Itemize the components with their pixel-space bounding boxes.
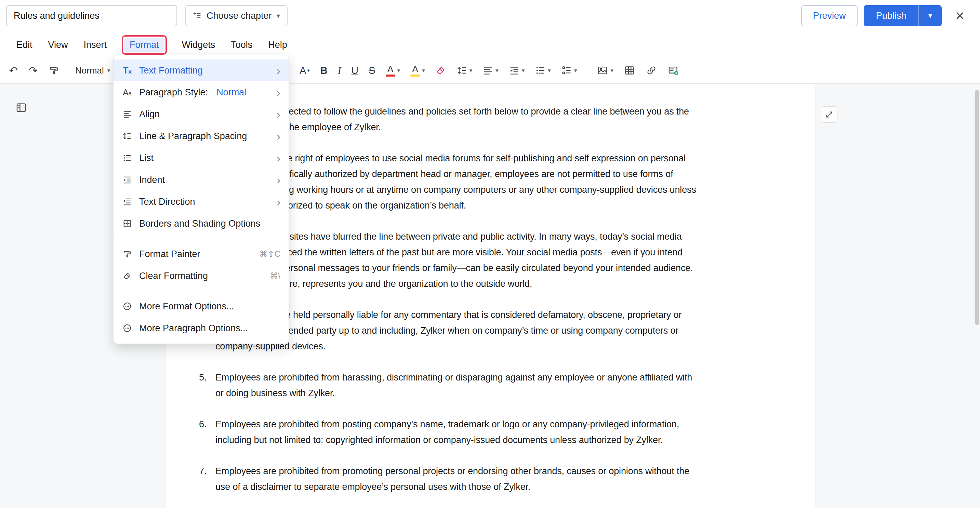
highlight-color-button[interactable]: A ▾ [410, 65, 425, 76]
insert-image-button[interactable]: ▾ [597, 65, 613, 76]
choose-chapter-label: Choose chapter [207, 11, 272, 21]
undo-button[interactable]: ↶ [9, 65, 18, 76]
list-number: 5. [199, 370, 215, 401]
menu-item-list[interactable]: List › [113, 147, 289, 169]
publish-button-group: Publish ▾ [864, 5, 942, 26]
menu-widgets[interactable]: Widgets [181, 38, 216, 52]
format-painter-icon [49, 65, 59, 76]
menu-item-shortcut: ⌘\ [270, 271, 280, 281]
focus-mode-button[interactable] [821, 106, 837, 123]
format-annotation-box: Format [122, 35, 167, 55]
redo-button[interactable]: ↷ [29, 65, 38, 76]
publish-button[interactable]: Publish [864, 5, 918, 26]
chevron-down-icon: ▾ [495, 67, 498, 74]
paragraph-style-select[interactable]: Normal ▾ [75, 65, 110, 76]
paragraph-style-value: Normal [75, 65, 104, 76]
submenu-arrow-icon: › [277, 65, 280, 76]
italic-icon: I [338, 66, 341, 76]
menu-item-text-direction[interactable]: Text Direction › [113, 191, 289, 213]
list-number: 7. [199, 463, 215, 495]
align-button[interactable]: ▾ [482, 65, 498, 76]
chevron-down-icon: ▾ [107, 67, 110, 74]
menu-item-label: List [139, 153, 154, 164]
menu-tools[interactable]: Tools [230, 38, 253, 52]
bullet-list-icon [535, 65, 546, 76]
menu-item-indent[interactable]: Indent › [113, 169, 289, 191]
vertical-scrollbar[interactable] [975, 90, 979, 325]
menu-item-label: More Format Options... [139, 301, 234, 312]
bold-button[interactable]: B [320, 66, 328, 76]
menu-item-line-paragraph-spacing[interactable]: Line & Paragraph Spacing › [113, 125, 289, 147]
submenu-arrow-icon: › [277, 130, 280, 142]
toc-toggle-button[interactable] [14, 100, 29, 115]
line-spacing-icon [457, 65, 468, 76]
format-painter-button[interactable] [49, 65, 59, 76]
paragraph-style-icon: Aa [121, 87, 134, 97]
chevron-down-icon: ▾ [928, 11, 932, 20]
menu-item-more-paragraph-options[interactable]: More Paragraph Options... [113, 317, 289, 339]
insert-link-icon [646, 65, 657, 76]
insert-table-button[interactable] [624, 65, 635, 76]
menu-item-align[interactable]: Align › [113, 103, 289, 125]
chevron-down-icon: ▾ [397, 67, 401, 74]
menu-divider [113, 291, 289, 291]
menu-item-label: Format Painter [139, 249, 200, 259]
insert-field-button[interactable] [667, 65, 679, 76]
chevron-down-icon: ▾ [469, 67, 473, 74]
align-icon [121, 110, 134, 119]
font-size-button[interactable]: A+ [299, 66, 310, 76]
menu-item-label: Line & Paragraph Spacing [139, 131, 247, 141]
close-icon: × [955, 7, 964, 24]
expand-icon [825, 110, 834, 119]
menu-item-borders-shading[interactable]: Borders and Shading Options [113, 213, 289, 235]
list-item-text: Social networking sites have blurred the… [215, 229, 795, 292]
menu-item-label: Borders and Shading Options [139, 218, 260, 229]
submenu-arrow-icon: › [277, 108, 280, 120]
menu-item-label: Paragraph Style: [139, 87, 208, 98]
multilevel-list-icon [561, 65, 572, 76]
insert-field-icon [667, 65, 679, 76]
italic-button[interactable]: I [338, 66, 341, 76]
list-item-text: Employees can be held personally liable … [215, 307, 795, 354]
preview-button[interactable]: Preview [801, 5, 858, 26]
document-title-input[interactable] [6, 5, 177, 26]
menu-item-more-format-options[interactable]: More Format Options... [113, 295, 289, 317]
choose-chapter-button[interactable]: Choose chapter ▾ [185, 5, 288, 26]
close-button[interactable]: × [949, 5, 970, 26]
menu-item-clear-formatting[interactable]: Clear Formatting ⌘\ [113, 265, 289, 287]
chevron-down-icon: ▾ [422, 67, 425, 74]
chevron-down-icon: ▾ [277, 12, 280, 20]
strikethrough-button[interactable]: S [369, 66, 375, 76]
text-color-icon: A [386, 65, 395, 76]
format-painter-icon [121, 249, 134, 259]
chevron-down-icon: ▾ [610, 67, 613, 74]
insert-link-button[interactable] [646, 65, 657, 76]
clear-formatting-icon [121, 271, 134, 281]
underline-button[interactable]: U [351, 66, 358, 76]
menu-item-label: Indent [139, 175, 165, 185]
publish-dropdown-button[interactable]: ▾ [918, 5, 942, 26]
multilevel-list-button[interactable]: ▾ [561, 65, 577, 76]
menu-format[interactable]: Format [124, 38, 164, 52]
menu-item-label: Text Direction [139, 197, 195, 207]
submenu-arrow-icon: › [277, 86, 280, 98]
menu-edit[interactable]: Edit [16, 38, 33, 52]
plus-icon: + [307, 68, 310, 73]
menu-item-format-painter[interactable]: Format Painter ⌘⇧C [113, 243, 289, 265]
font-size-icon: A [299, 66, 306, 76]
submenu-arrow-icon: › [277, 196, 280, 208]
text-color-button[interactable]: A ▾ [386, 65, 401, 76]
line-spacing-button[interactable]: ▾ [457, 65, 473, 76]
menu-insert[interactable]: Insert [83, 38, 108, 52]
list-item-text: Zylker respects the right of employees t… [215, 151, 795, 213]
list-item: 6. Employees are prohibited from posting… [199, 416, 795, 448]
menu-help[interactable]: Help [267, 38, 288, 52]
indent-button[interactable]: ▾ [509, 65, 525, 76]
clear-formatting-button[interactable] [435, 65, 446, 76]
list-button[interactable]: ▾ [535, 65, 551, 76]
menu-item-text-formatting[interactable]: Tx Text Formatting › [113, 59, 289, 81]
menu-item-shortcut: ⌘⇧C [259, 249, 280, 259]
menu-item-paragraph-style[interactable]: Aa Paragraph Style: Normal › [113, 81, 289, 103]
list-item: 5. Employees are prohibited from harassi… [199, 370, 795, 401]
menu-view[interactable]: View [48, 38, 69, 52]
